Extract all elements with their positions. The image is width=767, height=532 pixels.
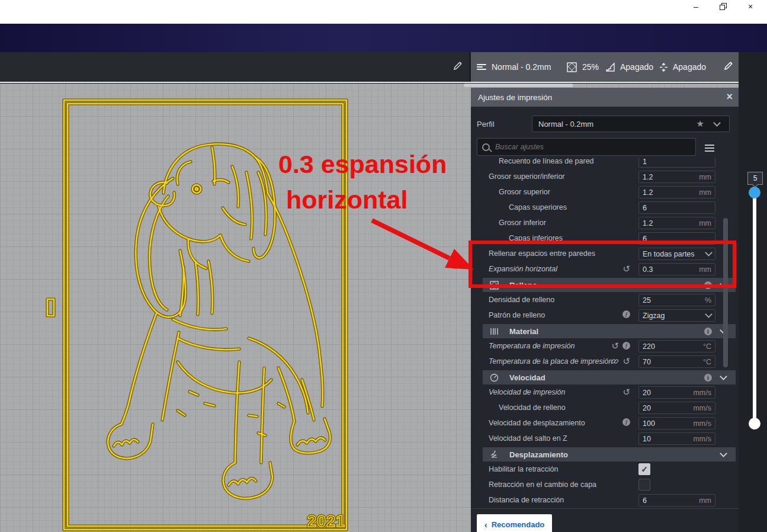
setting-row-temperatura-de-impresion[interactable]: Temperatura de impresión↺ƒ220°C xyxy=(471,339,739,354)
profile-dropdown[interactable]: Normal - 0.2mm ★ xyxy=(532,116,730,132)
setting-unit: mm xyxy=(699,188,711,197)
setting-value: 20 xyxy=(643,404,651,412)
layer-slider-bottom-handle[interactable] xyxy=(749,418,760,430)
setting-unit: °C xyxy=(703,358,711,366)
setting-row-recuento-de-lineas-de-pared[interactable]: Recuento de líneas de pared1 xyxy=(471,158,739,169)
section-header-desplazamiento[interactable]: Desplazamiento xyxy=(471,447,739,462)
setting-row-temperatura-de-la-placa-de-impresion[interactable]: Temperatura de la placa de impresión↺70°… xyxy=(471,354,739,370)
setting-unit: mm/s xyxy=(693,389,711,397)
setting-row-patron-de-relleno[interactable]: Patrón de rellenoƒZigzag xyxy=(471,308,739,323)
layer-slider-track[interactable] xyxy=(753,193,756,425)
setting-label: Grosor superior/inferior xyxy=(489,172,565,181)
support-icon xyxy=(605,52,615,82)
setting-field[interactable]: 20mm/s xyxy=(638,402,715,414)
setting-field[interactable]: 1 xyxy=(638,158,715,168)
function-icon: ƒ xyxy=(622,342,630,350)
setting-label: Velocidad de relleno xyxy=(499,403,566,412)
setting-label: Velocidad del salto en Z xyxy=(489,434,567,443)
setting-value: 1 xyxy=(643,158,647,166)
setting-field[interactable]: 1.2mm xyxy=(638,186,715,198)
setting-field[interactable]: 1.2mm xyxy=(638,171,715,183)
setting-unit: mm/s xyxy=(693,435,711,443)
search-settings-box[interactable] xyxy=(477,138,696,156)
setting-field[interactable]: 1.2mm xyxy=(638,217,715,229)
edit-settings-pencil-icon[interactable] xyxy=(724,61,733,70)
recommended-button[interactable]: ‹ Recomendado xyxy=(477,514,552,532)
settings-list[interactable]: Recuento de líneas de pared1Grosor super… xyxy=(471,158,739,508)
reset-icon[interactable]: ↺ xyxy=(611,341,619,350)
year-label-front: 2021 xyxy=(307,512,345,530)
annotation-line1: 0.3 espansión xyxy=(278,150,447,179)
setting-row-distancia-de-retraccion[interactable]: Distancia de retracción6mm xyxy=(471,493,739,508)
panel-title: Ajustes de impresión xyxy=(478,93,552,102)
setting-field[interactable]: 6mm xyxy=(638,494,715,507)
setting-field[interactable]: 10mm/s xyxy=(638,432,715,445)
panel-close-icon[interactable]: × xyxy=(726,91,733,103)
setting-field[interactable]: 20mm/s xyxy=(638,386,715,399)
setting-row-grosor-superior[interactable]: Grosor superior1.2mm xyxy=(471,185,739,200)
recommended-label: Recomendado xyxy=(492,520,545,529)
link-icon xyxy=(611,357,619,366)
reset-icon[interactable]: ↺ xyxy=(622,357,630,366)
edit-pencil-icon[interactable] xyxy=(453,61,463,70)
printer-selector-bar[interactable] xyxy=(0,52,469,82)
chevron-down-icon[interactable] xyxy=(720,373,727,380)
chevron-left-icon: ‹ xyxy=(484,520,487,530)
section-label: Material xyxy=(509,327,538,336)
close-icon[interactable]: × xyxy=(746,2,755,11)
panel-header: Ajustes de impresión × xyxy=(471,88,739,107)
setting-value: 10 xyxy=(643,435,651,443)
setting-value: 70 xyxy=(643,358,651,366)
section-header-velocidad[interactable]: Velocidadi xyxy=(471,370,739,385)
setting-row-velocidad-del-salto-en-z[interactable]: Velocidad del salto en Z10mm/s xyxy=(471,431,739,447)
setting-row-grosor-inferior[interactable]: Grosor inferior1.2mm xyxy=(471,216,739,231)
setting-row-velocidad-de-impresion[interactable]: Velocidad de impresión↺20mm/s xyxy=(471,385,739,400)
setting-label: Retracción en el cambio de capa xyxy=(489,480,596,489)
section-header-material[interactable]: Materiali xyxy=(471,323,739,339)
setting-field[interactable]: 6 xyxy=(638,201,715,214)
minimize-icon[interactable]: – xyxy=(692,2,700,11)
search-input[interactable] xyxy=(494,142,691,152)
setting-field[interactable]: 25% xyxy=(638,294,715,306)
setting-value: 6 xyxy=(643,204,647,212)
cura-window: – × PREPARAR VISTA PREVIA SUPERVISAR Mar… xyxy=(0,0,767,532)
info-icon[interactable]: i xyxy=(704,374,712,382)
print-settings-summary-bar[interactable]: Normal - 0.2mm 25% Apagado Apagado xyxy=(471,52,739,82)
setting-row-velocidad-de-relleno[interactable]: Velocidad de relleno20mm/s xyxy=(471,400,739,416)
layer-slider-top-handle[interactable] xyxy=(749,187,760,198)
search-icon xyxy=(482,143,490,151)
infill-summary: 25% xyxy=(582,52,599,82)
setting-value: 1.2 xyxy=(643,173,653,181)
setting-unit: mm xyxy=(699,173,711,181)
setting-checkbox[interactable]: ✓ xyxy=(638,463,650,475)
setting-row-densidad-de-relleno[interactable]: Densidad de relleno25% xyxy=(471,293,739,308)
setting-unit: % xyxy=(705,296,711,305)
setting-field[interactable]: 100mm/s xyxy=(638,417,715,430)
setting-label: Distancia de retracción xyxy=(489,496,564,504)
setting-unit: mm xyxy=(699,219,711,227)
star-icon[interactable]: ★ xyxy=(697,118,704,129)
setting-checkbox[interactable] xyxy=(638,479,650,491)
restore-icon[interactable] xyxy=(719,2,727,11)
setting-value: 1.2 xyxy=(643,219,653,227)
setting-value: 220 xyxy=(643,342,655,351)
setting-row-grosor-superior-inferior[interactable]: Grosor superior/inferior1.2mm xyxy=(471,169,739,185)
setting-label: Grosor superior xyxy=(499,188,550,196)
settings-menu-icon[interactable] xyxy=(705,143,714,151)
panel-footer-divider xyxy=(471,508,739,509)
setting-dropdown[interactable]: Zigzag xyxy=(638,309,715,322)
setting-label: Temperatura de la placa de impresión xyxy=(489,357,612,366)
setting-label: Grosor inferior xyxy=(499,219,546,227)
setting-row-habilitar-la-retraccion[interactable]: Habilitar la retracción✓ xyxy=(471,462,739,477)
reset-icon[interactable]: ↺ xyxy=(622,387,630,396)
chevron-down-icon[interactable] xyxy=(720,450,727,457)
setting-row-capas-superiores[interactable]: Capas superiores6 xyxy=(471,200,739,216)
setting-row-retraccion-en-el-cambio-de-capa[interactable]: Retracción en el cambio de capa xyxy=(471,477,739,493)
annotation-highlight-rectangle xyxy=(468,241,736,288)
setting-label: Habilitar la retracción xyxy=(489,465,558,473)
info-icon[interactable]: i xyxy=(704,328,712,335)
setting-row-velocidad-de-desplazamiento[interactable]: Velocidad de desplazamientoƒ100mm/s xyxy=(471,416,739,431)
section-label: Desplazamiento xyxy=(509,450,568,459)
setting-field[interactable]: 220°C xyxy=(638,340,715,352)
setting-field[interactable]: 70°C xyxy=(638,355,715,368)
